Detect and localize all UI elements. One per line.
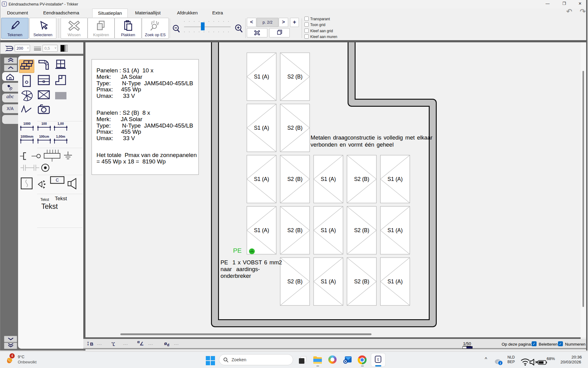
solar-panel[interactable]: S1 (A) [314, 155, 343, 203]
copilot-icon[interactable] [328, 355, 337, 364]
wall-end-icon[interactable] [5, 45, 14, 52]
tool-double-door[interactable] [36, 75, 51, 88]
chrome-icon[interactable] [358, 355, 367, 364]
next-page-button[interactable]: > [279, 18, 288, 27]
checkbox-kleef-aan-grid[interactable] [304, 29, 309, 33]
start-button-icon[interactable] [206, 356, 215, 365]
tool-spiral-stairs[interactable] [19, 90, 34, 104]
panel-info-box[interactable]: Panelen : S1 (A) 10 x Merk: JA Solar Typ… [92, 59, 199, 175]
solar-panel[interactable]: S2 (B) [280, 206, 310, 254]
toolbar-button-selecteren[interactable]: Selecteren [29, 18, 56, 39]
text-small-tool[interactable]: Tekst [40, 197, 49, 202]
battery-icon[interactable] [538, 358, 547, 367]
toolbar-button-tekenen[interactable]: Tekenen [1, 18, 28, 39]
checkbox-toon-grid[interactable] [304, 22, 309, 27]
solar-panel[interactable]: S1 (A) [247, 155, 276, 203]
scroll-down-button[interactable] [4, 336, 17, 342]
solar-panel[interactable]: S2 (B) [280, 155, 310, 203]
symbol-capacitor-icon[interactable] [21, 164, 40, 172]
menu-document[interactable]: Document [7, 10, 28, 15]
tool-stairs[interactable] [53, 75, 68, 88]
menu-eendraadschema[interactable]: Eendraadschema [43, 10, 79, 15]
search-box[interactable]: Zoeken [219, 354, 293, 365]
symbol-sensor-icon[interactable] [21, 177, 33, 190]
solar-panel[interactable]: S1 (A) [247, 104, 276, 152]
tool-door[interactable] [19, 75, 34, 88]
zoom-slider-track[interactable] [184, 26, 231, 27]
horizontal-scrollbar-handle[interactable] [120, 333, 371, 335]
menu-extra[interactable]: Extra [212, 10, 223, 15]
solar-panel[interactable]: S2 (B) [347, 206, 376, 254]
toolbar-button-wissen[interactable]: Wissen [61, 18, 88, 39]
scroll-up-button[interactable] [4, 65, 17, 71]
trikker-app-button[interactable]: t [371, 353, 385, 366]
wall-width-select[interactable]: 200˅ [15, 45, 30, 52]
symbol-lamp-icon[interactable] [32, 151, 42, 161]
add-page-button[interactable]: + [290, 18, 299, 27]
solar-panel[interactable]: S1 (A) [314, 206, 343, 254]
weather-condition[interactable]: Onbewolkt [18, 360, 36, 364]
scroll-down-fast-button[interactable] [4, 343, 17, 349]
color-swatch[interactable] [60, 45, 68, 52]
pe-label[interactable]: PE [233, 247, 242, 254]
text-medium-tool[interactable]: Tekst [55, 196, 67, 202]
dimension-tool-100[interactable]: 1,00 [53, 122, 68, 136]
text-large-tool[interactable]: Tekst [41, 202, 58, 211]
dimension-tool-100cm[interactable]: 100cm [36, 135, 52, 148]
tray-expand-icon[interactable]: ^ [485, 357, 487, 362]
toolbar-button-plakken[interactable]: Plakken [115, 18, 141, 39]
dimension-tool-1000mm[interactable]: 1000mm [19, 135, 35, 148]
construction-note[interactable]: Metalen draagconstructie is volledig met… [311, 134, 445, 148]
solar-panel[interactable]: S1 (A) [380, 155, 410, 203]
keyboard-lang-line2[interactable]: BEP [507, 360, 515, 364]
menu-materiaallijst[interactable]: Materiaallijst [135, 10, 160, 15]
nummeren-checkbox[interactable]: ✓ [558, 341, 563, 346]
tab-sprinkler[interactable] [2, 83, 18, 92]
solar-panel[interactable]: S1 (A) [247, 206, 276, 254]
drawing-canvas[interactable]: S1 (A)S2 (B)S1 (A)S2 (B)S1 (A)S2 (B)S1 (… [85, 42, 581, 337]
tool-brick-wall[interactable] [19, 59, 34, 73]
prev-page-button[interactable]: < [247, 18, 256, 27]
tool-window[interactable] [53, 59, 68, 73]
solar-panel[interactable]: S1 (A) [380, 258, 410, 305]
copy-page-button[interactable] [269, 28, 290, 37]
solar-panel[interactable]: S2 (B) [280, 53, 310, 101]
solar-panel[interactable]: S2 (B) [280, 258, 310, 305]
tab-blank[interactable] [2, 115, 18, 124]
solar-panel[interactable]: S2 (B) [347, 258, 376, 305]
tool-zigzag[interactable] [19, 105, 34, 118]
delete-page-button[interactable] [247, 28, 267, 37]
earth-symbol-icon[interactable] [249, 248, 255, 254]
dimension-tool-100m[interactable]: 1,00m [53, 135, 68, 148]
symbol-detector-icon[interactable] [37, 179, 47, 190]
solar-panel[interactable]: S1 (A) [380, 206, 410, 254]
zoom-out-icon[interactable] [172, 24, 181, 33]
undo-icon[interactable]: ↶ [566, 8, 573, 15]
beletteren-checkbox[interactable]: ✓ [532, 341, 537, 346]
tool-camera[interactable] [36, 104, 51, 118]
menu-afdrukken[interactable]: Afdrukken [177, 10, 198, 15]
tab-xa[interactable]: X/A [2, 104, 18, 113]
solar-panel[interactable]: S2 (B) [280, 104, 310, 152]
tab-floorplan[interactable] [2, 72, 18, 81]
dimension-tool-1000[interactable]: 1000 [19, 122, 35, 136]
checkbox-kleef-aan-muren[interactable] [304, 34, 309, 39]
vertical-scrollbar[interactable] [581, 42, 586, 337]
symbol-c-box-icon[interactable]: C [50, 176, 65, 184]
task-view-icon[interactable] [298, 355, 307, 365]
zoom-slider-handle[interactable] [201, 22, 205, 30]
weather-temp[interactable]: 9°C [18, 355, 24, 359]
vertical-scrollbar-handle[interactable] [582, 71, 584, 307]
maximize-button[interactable]: ❐ [561, 1, 567, 6]
battery-percent[interactable]: 68% [547, 356, 555, 361]
dimension-tool-100[interactable]: 100 [36, 122, 52, 136]
redo-icon[interactable]: ↷ [579, 8, 586, 15]
symbol-switch-icon[interactable] [20, 151, 30, 161]
symbol-speaker-icon[interactable] [67, 178, 77, 190]
toolbar-button-zoek-op-es[interactable]: Zoek op ES [142, 18, 169, 39]
clock-time[interactable]: 20:36 [571, 355, 582, 359]
symbol-terminal-icon[interactable] [43, 149, 61, 162]
volume-muted-icon[interactable] [530, 358, 539, 367]
symbol-ground-icon[interactable] [63, 151, 73, 161]
wifi-icon[interactable] [521, 358, 530, 367]
